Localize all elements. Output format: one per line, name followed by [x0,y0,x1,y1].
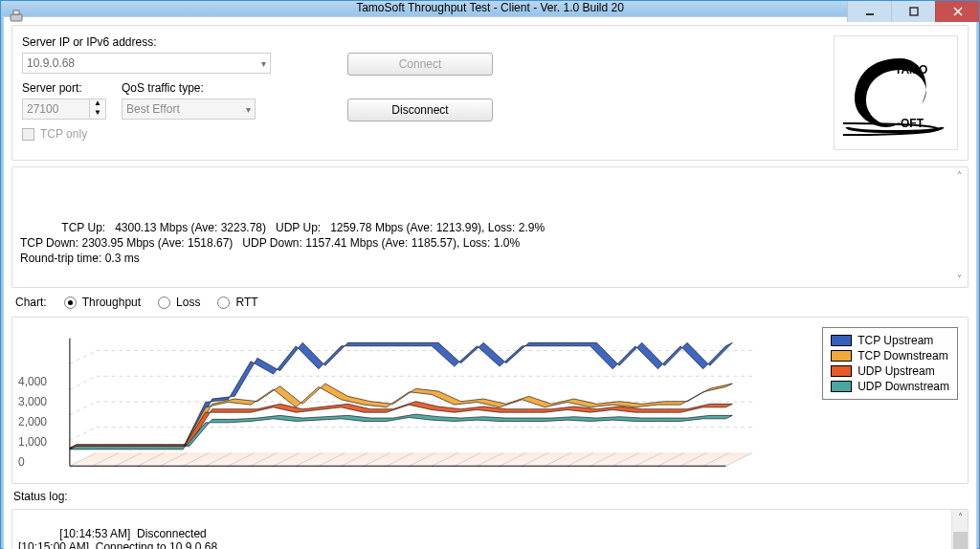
svg-rect-1 [13,11,19,14]
svg-rect-0 [11,14,22,21]
server-ip-value: 10.9.0.68 [27,56,75,70]
chart-selector: Chart: Throughput Loss RTT [11,294,969,311]
stats-panel: ˄ ˅ TCP Up: 4300.13 Mbps (Ave: 3223.78) … [11,166,969,288]
legend-swatch [831,350,852,362]
connection-panel: Server IP or IPv6 address: 10.9.0.68 ▾ S… [11,25,969,161]
maximize-button[interactable] [891,1,935,22]
svg-line-15 [70,351,97,364]
svg-line-13 [70,377,97,390]
y-axis-ticks: 4,000 3,000 2,000 1,000 0 [18,318,47,472]
svg-rect-2 [866,13,874,15]
legend-swatch [831,381,852,392]
chart-legend: TCP Upstream TCP Downstream UDP Upstream… [822,327,958,400]
tcp-only-checkbox[interactable]: TCP only [22,127,332,141]
window-controls [847,1,979,22]
legend-swatch [831,365,852,377]
disconnect-button[interactable]: Disconnect [347,99,493,121]
chevron-down-icon: ▾ [246,104,251,115]
svg-line-9 [70,428,97,441]
chart-area: 4,000 3,000 2,000 1,000 0 TCP Upstream T… [11,317,969,484]
chart-label: Chart: [15,296,47,309]
scrollbar-thumb[interactable] [953,532,968,549]
status-log-label: Status log: [11,490,969,503]
minimize-button[interactable] [847,1,891,22]
radio-throughput[interactable]: Throughput [64,296,141,309]
server-port-input[interactable] [22,99,89,120]
close-button[interactable] [935,1,979,22]
tcp-only-label: TCP only [40,127,87,141]
stats-text: TCP Up: 4300.13 Mbps (Ave: 3223.78) UDP … [20,221,545,265]
titlebar[interactable]: TamoSoft Throughput Test - Client - Ver.… [1,1,979,14]
legend-swatch [831,335,852,346]
status-log: [10:14:53 AM] Disconnected [10:15:00 AM]… [11,509,969,549]
chevron-down-icon: ▾ [261,58,266,69]
scroll-up-icon[interactable]: ˄ [958,510,963,524]
svg-line-11 [70,402,97,415]
scroll-up-icon[interactable]: ˄ [952,169,966,183]
radio-rtt[interactable]: RTT [217,296,257,309]
svg-rect-3 [910,8,918,15]
window-title: TamoSoft Throughput Test - Client - Ver.… [356,1,624,14]
server-port-label: Server port: [22,81,106,95]
server-ip-label: Server IP or IPv6 address: [22,35,332,49]
scroll-down-icon[interactable]: ˅ [952,272,966,285]
spin-down-icon[interactable]: ▼ [90,109,105,119]
radio-loss[interactable]: Loss [158,296,200,309]
app-icon [9,8,24,23]
qos-value: Best Effort [126,102,180,116]
connect-button[interactable]: Connect [347,53,493,76]
client-area: Server IP or IPv6 address: 10.9.0.68 ▾ S… [3,16,977,549]
status-log-text: [10:14:53 AM] Disconnected [10:15:00 AM]… [18,527,324,549]
scrollbar[interactable]: ˄ ˅ [951,510,968,549]
svg-marker-7 [70,453,752,467]
logo: TAMO OFT [834,35,958,150]
checkbox-box-icon [22,128,34,141]
server-port-spinner[interactable]: ▲▼ [22,99,106,120]
qos-label: QoS traffic type: [122,81,256,95]
qos-combo[interactable]: Best Effort ▾ [122,99,256,120]
window: TamoSoft Throughput Test - Client - Ver.… [0,0,980,549]
chart-plot [60,318,762,483]
server-ip-combo[interactable]: 10.9.0.68 ▾ [22,53,271,74]
svg-text:OFT: OFT [901,117,924,130]
